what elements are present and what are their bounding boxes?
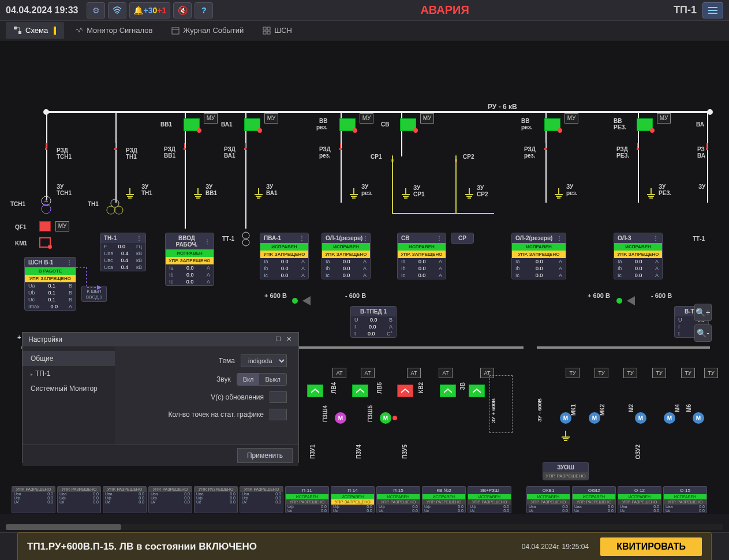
zoom-out-button[interactable]: 🔍- (694, 324, 712, 342)
ty-5[interactable]: ТУ (681, 368, 695, 378)
bcard[interactable]: УПР. РАЗРЕШЕНОUва0.0Uф0.0Uк0.0 (12, 486, 55, 513)
mu-vv-rez[interactable]: МУ (360, 113, 373, 124)
mute-icon-btn[interactable]: 🔇 (173, 2, 192, 18)
tab-events[interactable]: Журнал Событий (163, 22, 252, 39)
card-vvod[interactable]: ВВОД РАБОЧ.⋮ ИСПРАВЕН УПР. ЗАПРЕЩЕНО Ia0… (165, 233, 214, 286)
card-cp[interactable]: СР (451, 233, 474, 244)
at-3[interactable]: АТ (407, 368, 421, 378)
bcard-okv2[interactable]: ОКВ2ИСПРАВЕНУПР. РАЗРЕШЕНОUва0.0Uк0.0 (572, 486, 616, 513)
card-menu-icon[interactable]: ⋮ (66, 259, 72, 266)
nav-item-sysmon[interactable]: Системный Монитор (23, 381, 115, 396)
sound-off-button[interactable]: Выкл (259, 374, 286, 385)
mu-va1[interactable]: МУ (264, 113, 278, 124)
card-ol3[interactable]: ОЛ-3⋮ ИСПРАВЕН УПР. ЗАПРЕЩЕНО Ia0.0A Ib0… (614, 233, 663, 279)
points-input[interactable] (270, 409, 287, 420)
card-sv[interactable]: СВ⋮ ИСПРАВЕН УПР. ЗАПРЕЩЕНО Ia0.0A Ib0.0… (397, 233, 446, 279)
brk-kv2[interactable] (440, 384, 456, 397)
breaker-vv1[interactable] (184, 118, 200, 131)
card-pva1[interactable]: ПВА-1⋮ ИСПРАВЕН УПР. ЗАПРЕЩЕНО Ia0.0A Ib… (260, 233, 309, 279)
nav-item-general[interactable]: Общие (23, 351, 115, 366)
ty-3[interactable]: ТУ (623, 368, 637, 378)
breaker-vv-rez2[interactable] (544, 118, 560, 131)
bcard[interactable]: УПР. РАЗРЕШЕНОUва0.0Uф0.0Uк0.0 (148, 486, 192, 513)
breaker-vv-rez[interactable] (339, 118, 356, 131)
dialog-titlebar[interactable]: Настройки ☐ ✕ (23, 333, 298, 346)
m-m6[interactable]: M (693, 412, 704, 424)
scrollbar-thumb[interactable] (6, 524, 121, 530)
help-icon-btn[interactable]: ? (195, 2, 213, 18)
bcard[interactable]: УПР. РАЗРЕШЕНОUва0.0Uф0.0Uк0.0 (57, 486, 101, 513)
bcard-p15[interactable]: П-15ИСПРАВЕНУПР. РАЗРЕШЕНОUф0.0Uк0.0 (376, 486, 420, 513)
mu-qf1[interactable]: МУ (55, 221, 69, 232)
tab-shsn[interactable]: ШСН (255, 22, 300, 39)
m-m2[interactable]: M (635, 412, 646, 424)
brk-gen1[interactable] (307, 384, 323, 397)
wifi-icon-btn[interactable] (108, 2, 126, 18)
card-tn1[interactable]: ТН-1⋮ F0.0Гц Uав0.4кВ Uвс0.4кВ Uса0.4кВ (100, 233, 146, 271)
mu-vv-rez3[interactable]: МУ (657, 113, 671, 124)
at-4[interactable]: АТ (439, 368, 453, 378)
brk-zv[interactable] (469, 384, 485, 397)
card-menu-icon[interactable]: ⋮ (204, 238, 210, 245)
ty-4[interactable]: ТУ (652, 368, 666, 378)
mu-sv[interactable]: МУ (420, 113, 434, 124)
bcard-okv1[interactable]: ОКВ1ИСПРАВЕНУПР. РАЗРЕШЕНОUва0.0Uк0.0 (526, 486, 570, 513)
ty-6[interactable]: ТУ (704, 368, 718, 378)
breaker-vv-rez3[interactable] (637, 118, 653, 131)
breaker-va1[interactable] (244, 118, 260, 131)
card-menu-icon[interactable]: ⋮ (299, 235, 305, 241)
dialog-close-button[interactable]: ✕ (285, 335, 293, 344)
tab-signals[interactable]: Монитор Сигналов (67, 22, 160, 39)
settings-icon-btn[interactable]: ⚙ (87, 2, 105, 18)
card-shsn-v1[interactable]: ШСН В-1⋮ В РАБОТЕ УПР. ЗАПРЕЩЕНО Ua0.1В … (24, 257, 76, 311)
breaker-km1[interactable] (39, 237, 51, 248)
nav-item-tp1[interactable]: ТП-1 (23, 366, 115, 381)
zoom-in-button[interactable]: 🔍+ (694, 304, 712, 321)
breaker-qf1[interactable] (39, 221, 51, 232)
bcard-p14[interactable]: П-14ИСПРАВЕНУПР. ЗАПРЕЩЕНОUф0.0Uк0.0 (331, 486, 375, 513)
brk-lv5[interactable] (397, 384, 413, 397)
card-zosh[interactable]: ЗУОШ УПР. РАЗРЕШЕНО (543, 462, 589, 480)
card-menu-icon[interactable]: ⋮ (436, 235, 442, 241)
m-mk2[interactable]: M (589, 412, 600, 424)
at-1[interactable]: АТ (332, 368, 346, 378)
m-psh5[interactable]: M (380, 412, 391, 424)
mu-vv1[interactable]: МУ (204, 113, 218, 124)
card-vtped[interactable]: В-ТПЕД 1 U0.0В I0.0A t0.0С° (350, 306, 397, 338)
m-mk1[interactable]: M (560, 412, 571, 424)
dialog-maximize-button[interactable]: ☐ (274, 335, 282, 344)
bcard[interactable]: УПР. РАЗРЕШЕНОUва0.0Uф0.0Uк0.0 (103, 486, 147, 513)
transformer-tn1-icon (104, 199, 126, 216)
ty-1[interactable]: ТУ (566, 368, 580, 378)
bcard-o12[interactable]: О-12ИСПРАВЕНУПР. РАЗРЕШЕНОUва0.0Uк0.0 (618, 486, 661, 513)
acknowledge-button[interactable]: КВИТИРОВАТЬ (600, 537, 702, 556)
theme-select[interactable]: indigodark (241, 354, 287, 367)
vlabel-m4: М4 (674, 404, 681, 412)
brk-lv4[interactable] (352, 384, 368, 397)
at-2[interactable]: АТ (361, 368, 375, 378)
card-menu-icon[interactable]: ⋮ (136, 235, 142, 241)
m-m4[interactable]: M (664, 412, 675, 424)
bcard-o15[interactable]: О-15ИСПРАВЕНУПР. РАЗРЕШЕНОUва0.0Uк0.0 (663, 486, 707, 513)
bcard-p11[interactable]: П-11ИСПРАВЕНУПР. РАЗРЕШЕНОUф0.0Uк0.0 (285, 486, 329, 513)
bcard-kv2[interactable]: КВ №2ИСПРАВЕНУПР. РАЗРЕШЕНОUф0.0Uк0.0 (422, 486, 466, 513)
hamburger-menu-btn[interactable] (702, 2, 723, 18)
ty-2[interactable]: ТУ (595, 368, 608, 378)
vs-input[interactable] (270, 391, 287, 403)
card-menu-icon[interactable]: ⋮ (362, 235, 368, 241)
card-ol2[interactable]: ОЛ-2(резерв)⋮ ИСПРАВЕН УПР. ЗАПРЕЩЕНО Ia… (511, 233, 566, 279)
card-ol1[interactable]: ОЛ-1(резерв)⋮ ИСПРАВЕН УПР. ЗАПРЕЩЕНО Ia… (321, 233, 371, 279)
card-menu-icon[interactable]: ⋮ (556, 235, 562, 241)
bcard[interactable]: УПР. РАЗРЕШЕНОUва0.0Uф0.0Uк0.0 (194, 486, 238, 513)
sound-on-button[interactable]: Вкл (237, 374, 260, 385)
card-menu-icon[interactable]: ⋮ (653, 235, 659, 241)
tab-schema[interactable]: Схема (6, 22, 64, 39)
horizontal-scrollbar[interactable] (6, 524, 723, 530)
breaker-sv[interactable] (400, 118, 416, 131)
alarm-bell-btn[interactable]: 🔔 +3 0 +1 (129, 2, 170, 18)
mu-vv-rez2[interactable]: МУ (564, 113, 578, 124)
m-psh4[interactable]: M (335, 412, 346, 424)
bcard-zv[interactable]: ЗВ+РЗШИСПРАВЕНУПР. РАЗРЕШЕНОUф0.0Uк0.0 (468, 486, 511, 513)
apply-button[interactable]: Применить (237, 448, 293, 463)
bcard[interactable]: УПР. РАЗРЕШЕНОUва0.0Uф0.0Uк0.0 (240, 486, 283, 513)
